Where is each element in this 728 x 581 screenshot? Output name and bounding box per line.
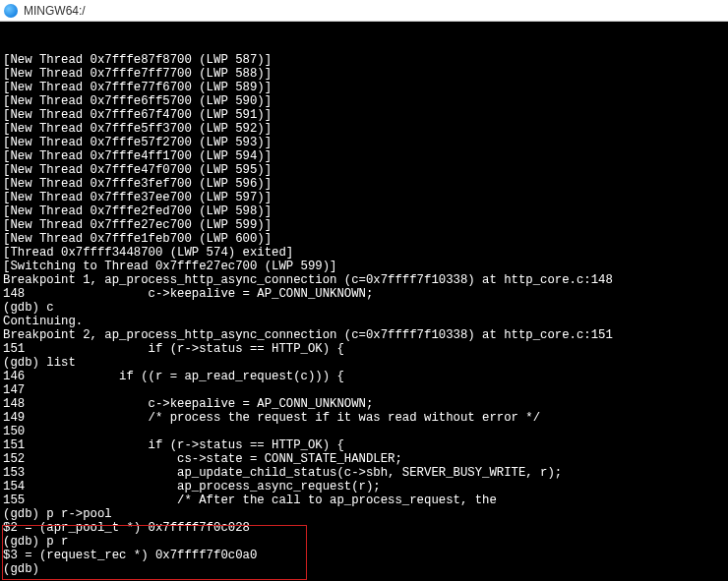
- new-thread-line: [New Thread 0x7fffe2fed700 (LWP 598)]: [3, 204, 725, 218]
- new-thread-line: [New Thread 0x7fffe7ff7700 (LWP 588)]: [3, 67, 725, 81]
- new-thread-line: [New Thread 0x7fffe27ec700 (LWP 599)]: [3, 218, 725, 232]
- breakpoint-line: Breakpoint 2, ap_process_http_async_conn…: [3, 328, 725, 342]
- thread-exited-line: [Thread 0x7ffff3448700 (LWP 574) exited]: [3, 246, 725, 260]
- source-line: 151 if (r->status == HTTP_OK) {: [3, 342, 725, 356]
- new-thread-line: [New Thread 0x7fffe37ee700 (LWP 597)]: [3, 191, 725, 204]
- new-thread-line: [New Thread 0x7fffe6ff5700 (LWP 590)]: [3, 94, 725, 108]
- new-thread-line: [New Thread 0x7fffe47f0700 (LWP 595)]: [3, 163, 725, 177]
- listing-line: 146 if ((r = ap_read_request(c))) {: [3, 370, 725, 383]
- listing-line: 155 /* After the call to ap_process_requ…: [3, 494, 725, 507]
- terminal-output[interactable]: [New Thread 0x7fffe87f8700 (LWP 587)][Ne…: [0, 22, 728, 581]
- listing-line: 153 ap_update_child_status(c->sbh, SERVE…: [3, 466, 725, 480]
- new-thread-line: [New Thread 0x7fffe5ff3700 (LWP 592)]: [3, 122, 725, 136]
- new-thread-line: [New Thread 0x7fffe1feb700 (LWP 600)]: [3, 232, 725, 246]
- gdb-prompt: (gdb): [3, 562, 725, 576]
- gdb-command: (gdb) c: [3, 301, 725, 315]
- gdb-command: (gdb) list: [3, 356, 725, 370]
- listing-line: 151 if (r->status == HTTP_OK) {: [3, 438, 725, 452]
- listing-line: 148 c->keepalive = AP_CONN_UNKNOWN;: [3, 397, 725, 411]
- listing-line: 150: [3, 425, 725, 438]
- switching-thread-line: [Switching to Thread 0x7fffe27ec700 (LWP…: [3, 260, 725, 273]
- listing-line: 152 cs->state = CONN_STATE_HANDLER;: [3, 452, 725, 466]
- listing-line: 147: [3, 383, 725, 397]
- listing-line: 154 ap_process_async_request(r);: [3, 480, 725, 494]
- new-thread-line: [New Thread 0x7fffe67f4700 (LWP 591)]: [3, 108, 725, 122]
- new-thread-line: [New Thread 0x7fffe57f2700 (LWP 593)]: [3, 136, 725, 149]
- listing-line: 149 /* process the request if it was rea…: [3, 411, 725, 425]
- window-title: MINGW64:/: [24, 4, 86, 18]
- window-titlebar: MINGW64:/: [0, 0, 728, 22]
- new-thread-line: [New Thread 0x7fffe77f6700 (LWP 589)]: [3, 81, 725, 94]
- gdb-command: (gdb) p r: [3, 535, 725, 549]
- new-thread-line: [New Thread 0x7fffe3fef700 (LWP 596)]: [3, 177, 725, 191]
- terminal-icon: [4, 4, 18, 18]
- continuing-line: Continuing.: [3, 315, 725, 328]
- source-line: 148 c->keepalive = AP_CONN_UNKNOWN;: [3, 287, 725, 301]
- new-thread-line: [New Thread 0x7fffe87f8700 (LWP 587)]: [3, 53, 725, 67]
- gdb-output: $2 = (apr_pool_t *) 0x7ffff7f0c028: [3, 521, 725, 535]
- breakpoint-line: Breakpoint 1, ap_process_http_async_conn…: [3, 273, 725, 287]
- gdb-output: $3 = (request_rec *) 0x7ffff7f0c0a0: [3, 549, 725, 562]
- gdb-command: (gdb) p r->pool: [3, 507, 725, 521]
- new-thread-line: [New Thread 0x7fffe4ff1700 (LWP 594)]: [3, 149, 725, 163]
